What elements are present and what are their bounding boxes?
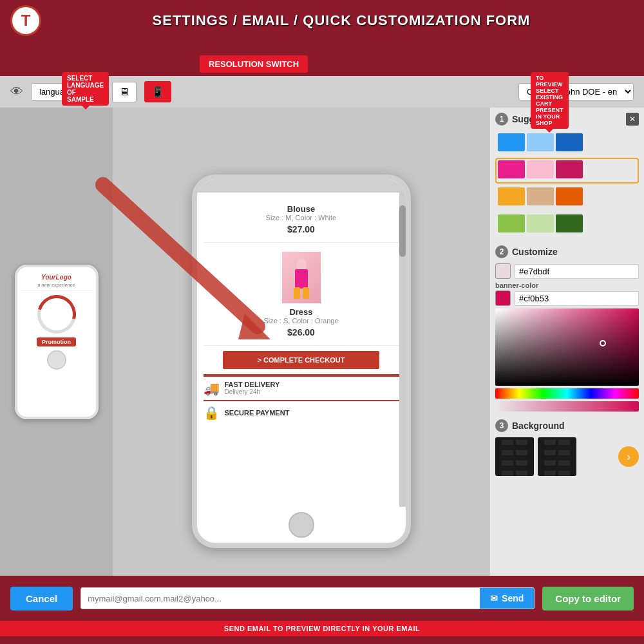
color-picker-gradient[interactable]: [495, 308, 639, 386]
logo-text: T: [21, 12, 31, 30]
phone-large-mockup: Blouse Size : M, Color : White $27.00: [192, 175, 411, 548]
swatch-row-4[interactable]: [495, 212, 639, 238]
customize-title: 2 Customize: [495, 245, 639, 258]
hue-slider[interactable]: [495, 388, 639, 399]
checkout-button[interactable]: > COMPLETE CHECKOUT: [223, 351, 379, 369]
preview-icon[interactable]: 👁: [10, 84, 23, 99]
bottom-bar: Cancel ✉ Send Copy to editor: [0, 576, 644, 621]
delivery-sub: Delivery 24h: [225, 388, 280, 395]
right-panel: 1 Suggestion: [489, 108, 644, 576]
bottom-annotation: SEND EMAIL TO PREVIEW DIRECTLY IN YOUR E…: [0, 621, 644, 636]
email-preview-content: Blouse Size : M, Color : White $27.00: [197, 193, 406, 431]
svg-rect-4: [294, 287, 300, 299]
page-title: Settings / Email / Quick Customization F…: [49, 12, 634, 29]
delivery-icon: 🚚: [204, 381, 220, 396]
secure-row: 🔒 SECURE PAYMENT: [204, 400, 399, 424]
swatch-4-1[interactable]: [498, 214, 525, 232]
bg-thumb-2[interactable]: [538, 437, 576, 476]
swatch-3-3[interactable]: [556, 187, 583, 205]
swatch-4-2[interactable]: [527, 214, 554, 232]
close-button[interactable]: ✕: [626, 113, 639, 126]
small-gauge: [30, 288, 83, 341]
center-preview: Blouse Size : M, Color : White $27.00: [113, 108, 489, 576]
phone-screen: Blouse Size : M, Color : White $27.00: [197, 193, 406, 507]
small-home-btn: [47, 350, 66, 370]
language-select[interactable]: language EN: [31, 83, 104, 100]
swatch-3-2[interactable]: [527, 187, 554, 205]
item2-price: $26.00: [204, 327, 399, 337]
header: T Settings / Email / Quick Customization…: [0, 0, 644, 41]
section2-num: 2: [495, 245, 508, 258]
swatch-2-2[interactable]: [527, 160, 554, 178]
small-logo: YourLogoa new experience: [21, 274, 92, 291]
desktop-btn[interactable]: 🖥: [112, 82, 137, 102]
email-item-2: Dress Size : S, Color : Orange $26.00: [204, 243, 399, 346]
delivery-row: 🚚 FAST DELIVERY Delivery 24h: [204, 375, 399, 400]
color-picker-cursor[interactable]: [600, 340, 606, 346]
left-preview-panel: YourLogoa new experience Promotion: [0, 108, 113, 576]
swatch-1-2[interactable]: [527, 133, 554, 151]
svg-rect-5: [303, 287, 309, 299]
background-title: 3 Background: [495, 419, 639, 432]
email-input[interactable]: [81, 589, 480, 609]
logo: T: [10, 5, 41, 36]
hex-input-2[interactable]: #cf0b53: [515, 291, 639, 306]
swatch-row-3[interactable]: [495, 185, 639, 211]
email-item-1: Blouse Size : M, Color : White $27.00: [204, 199, 399, 243]
color-dot-1[interactable]: [495, 263, 511, 279]
item2-name: Dress: [204, 307, 399, 317]
section1-num: 1: [495, 113, 508, 126]
item2-image: [282, 252, 321, 303]
delivery-label: FAST DELIVERY: [225, 381, 280, 388]
bg-next-button[interactable]: ›: [618, 446, 639, 467]
small-promo: Promotion: [37, 337, 76, 346]
cart-select[interactable]: Cart #1 - John DOE - en: [518, 83, 634, 100]
background-section: 3 Background ›: [495, 419, 639, 476]
suggestion-section: 1 Suggestion: [495, 113, 639, 238]
color-dot-2[interactable]: [495, 290, 511, 306]
bg-thumbnails: ›: [495, 437, 639, 476]
swatch-3-1[interactable]: [498, 187, 525, 205]
item1-desc: Size : M, Color : White: [204, 214, 399, 222]
swatch-2-3[interactable]: [556, 160, 583, 178]
phone-notch: [197, 180, 406, 193]
swatch-4-3[interactable]: [556, 214, 583, 232]
svg-rect-3: [295, 269, 308, 289]
banner-color-label: banner-color: [495, 281, 639, 289]
bg-thumb-1[interactable]: [495, 437, 534, 476]
main-area: ✕ YourLogoa new experience Promotion: [0, 108, 644, 576]
email-input-wrap: ✉ Send: [80, 587, 535, 609]
swatch-row-1[interactable]: [495, 131, 639, 156]
swatch-1-1[interactable]: [498, 133, 525, 151]
alpha-slider[interactable]: [495, 401, 639, 412]
swatch-2-1[interactable]: [498, 160, 525, 178]
item2-desc: Size : S, Color : Orange: [204, 317, 399, 325]
copy-to-editor-button[interactable]: Copy to editor: [542, 587, 634, 611]
item1-name: Blouse: [204, 204, 399, 214]
color-field-1: #e7dbdf: [495, 263, 639, 279]
scrollbar-thumb[interactable]: [399, 205, 406, 257]
mobile-btn[interactable]: 📱: [144, 81, 171, 102]
suggestion-title: 1 Suggestion: [495, 113, 639, 126]
send-button[interactable]: ✉ Send: [480, 588, 534, 609]
color-field-2: #cf0b53: [495, 290, 639, 306]
send-icon: ✉: [490, 593, 498, 603]
secure-label: SECURE PAYMENT: [225, 409, 290, 417]
phone-small-mockup: YourLogoa new experience Promotion: [15, 265, 99, 419]
secure-icon: 🔒: [204, 405, 220, 421]
swatch-1-3[interactable]: [556, 133, 583, 151]
cancel-button[interactable]: Cancel: [10, 587, 73, 611]
swatch-row-2[interactable]: [495, 158, 639, 184]
hex-input-1[interactable]: #e7dbdf: [515, 264, 639, 279]
scrollbar[interactable]: [399, 193, 406, 507]
controls-bar: 👁 language EN 🖥 📱 Cart #1 - John DOE - e…: [0, 76, 644, 108]
section3-num: 3: [495, 419, 508, 432]
customize-section: 2 Customize #e7dbdf banner-color #cf0b53: [495, 245, 639, 412]
phone-home-button[interactable]: [289, 512, 314, 538]
item1-price: $27.00: [204, 224, 399, 234]
